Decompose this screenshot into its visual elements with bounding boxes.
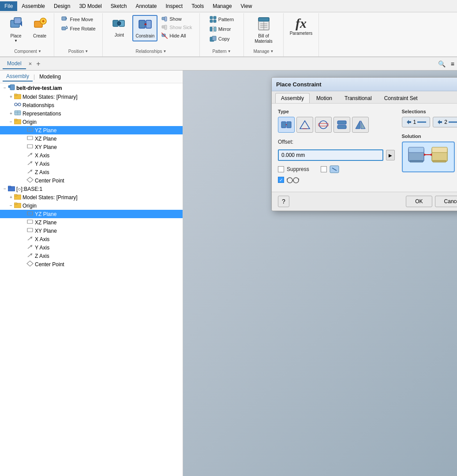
position-group-label[interactable]: Position ▼ bbox=[68, 49, 89, 55]
search-icon[interactable]: 🔍 bbox=[438, 60, 446, 67]
pattern-group-label[interactable]: Pattern ▼ bbox=[212, 49, 231, 55]
sidebar-tab-assembly[interactable]: Assembly bbox=[3, 72, 33, 82]
tree-item-model-states-1[interactable]: + Model States: [Primary] bbox=[0, 93, 183, 101]
panel-tab-add[interactable]: + bbox=[36, 60, 40, 68]
offset-input[interactable] bbox=[278, 149, 383, 161]
tree-item-x-axis-2[interactable]: X Axis bbox=[0, 235, 183, 243]
glasses-checkbox[interactable]: ✓ bbox=[278, 177, 284, 183]
tree-label-representations-1: Representations bbox=[22, 111, 61, 117]
type-btn-sym[interactable] bbox=[352, 117, 369, 133]
extra-checkbox[interactable] bbox=[321, 166, 327, 172]
tree-toggle-origin-2[interactable]: − bbox=[8, 203, 14, 208]
mirror-button[interactable]: Mirror bbox=[207, 25, 233, 33]
tree-item-origin-2[interactable]: − Origin bbox=[0, 201, 183, 210]
solution-btn-1[interactable] bbox=[402, 141, 455, 172]
dialog-tab-transitional[interactable]: Transitional bbox=[339, 93, 378, 103]
tree-toggle-origin-1[interactable]: − bbox=[8, 119, 14, 124]
tree-toggle-model-states-2[interactable]: + bbox=[8, 195, 14, 200]
free-rotate-button[interactable]: Free Rotate bbox=[59, 24, 97, 33]
pattern-button[interactable]: Pattern bbox=[207, 15, 236, 24]
svg-rect-104 bbox=[408, 147, 424, 152]
joint-button[interactable]: Joint bbox=[108, 15, 131, 40]
selection-2-button[interactable]: 2 bbox=[433, 117, 457, 127]
show-button[interactable]: Show bbox=[159, 15, 194, 23]
ok-button[interactable]: OK bbox=[406, 196, 432, 207]
tree-item-xz-plane-2[interactable]: XZ Plane bbox=[0, 218, 183, 227]
sidebar-tab-modeling[interactable]: Modeling bbox=[36, 72, 64, 81]
type-btn-mate[interactable] bbox=[278, 117, 295, 133]
sym-icon bbox=[355, 119, 366, 130]
position-dropdown-arrow: ▼ bbox=[85, 49, 88, 53]
dialog-tab-motion[interactable]: Motion bbox=[311, 93, 338, 103]
type-btn-angle[interactable] bbox=[296, 117, 313, 133]
place-button[interactable]: Place ▼ bbox=[4, 15, 27, 45]
bill-of-materials-label: Bill of Materials bbox=[255, 33, 273, 44]
dialog-tab-constraint-set[interactable]: Constraint Set bbox=[378, 93, 423, 103]
panel-bar: Model × + 🔍 ≡ bbox=[0, 57, 457, 71]
relationships-show-buttons: Show Show Sick Hide All bbox=[159, 15, 194, 40]
tree-item-yz-plane-1[interactable]: YZ Plane bbox=[0, 126, 183, 134]
viewport[interactable]: Place Constraint ✕ Assembly Motion Trans… bbox=[183, 71, 457, 476]
tree-item-base-1[interactable]: − [○]:BASE:1 bbox=[0, 185, 183, 193]
tree-item-center-point-2[interactable]: Center Point bbox=[0, 260, 183, 268]
svg-rect-26 bbox=[210, 20, 213, 22]
panel-tab-model[interactable]: Model bbox=[3, 59, 26, 69]
tree-item-origin-1[interactable]: − Origin bbox=[0, 118, 183, 126]
menu-assemble[interactable]: Assemble bbox=[17, 1, 49, 11]
tree-item-relationships-1[interactable]: Relationships bbox=[0, 101, 183, 109]
tree-item-model-states-2[interactable]: + Model States: [Primary] bbox=[0, 193, 183, 201]
tree-label-model-states-2: Model States: [Primary] bbox=[22, 194, 78, 201]
free-move-button[interactable]: Free Move bbox=[59, 15, 97, 24]
menu-annotate[interactable]: Annotate bbox=[131, 1, 161, 11]
selections-title: Selections bbox=[402, 109, 457, 114]
offset-expand-btn[interactable]: ▶ bbox=[386, 150, 395, 160]
panel-tab-model-close[interactable]: × bbox=[29, 60, 32, 67]
tree-item-xy-plane-1[interactable]: XY Plane bbox=[0, 143, 183, 151]
tree-item-representations-1[interactable]: + Representations bbox=[0, 109, 183, 118]
type-btn-insert[interactable] bbox=[333, 117, 350, 133]
tree-item-xz-plane-1[interactable]: XZ Plane bbox=[0, 134, 183, 143]
create-button[interactable]: Create bbox=[28, 15, 51, 41]
parameters-button[interactable]: fx Parameters bbox=[288, 15, 315, 38]
bill-of-materials-button[interactable]: Bill of Materials bbox=[252, 15, 275, 46]
menu-view[interactable]: View bbox=[236, 1, 257, 11]
menu-tools[interactable]: Tools bbox=[187, 1, 208, 11]
tree-item-z-axis-2[interactable]: Z Axis bbox=[0, 252, 183, 260]
tree-toggle-model-states-1[interactable]: + bbox=[8, 94, 14, 99]
menu-design[interactable]: Design bbox=[49, 1, 75, 11]
tree-item-yz-plane-2[interactable]: YZ Plane bbox=[0, 210, 183, 218]
constrain-button[interactable]: Constrain bbox=[132, 15, 157, 41]
relationships-group-label[interactable]: Relationships ▼ bbox=[136, 49, 167, 55]
tree-root-toggle[interactable]: − bbox=[2, 86, 8, 90]
menu-icon[interactable]: ≡ bbox=[451, 60, 454, 67]
tree-item-center-point-1[interactable]: Center Point bbox=[0, 176, 183, 185]
menu-manage[interactable]: Manage bbox=[208, 1, 236, 11]
tree-icon-z-axis-1 bbox=[26, 168, 34, 176]
tree-toggle-base-1[interactable]: − bbox=[2, 186, 8, 191]
tree-item-z-axis-1[interactable]: Z Axis bbox=[0, 168, 183, 176]
menu-file[interactable]: File bbox=[0, 1, 17, 11]
cancel-button[interactable]: Cancel bbox=[435, 196, 457, 207]
help-button[interactable]: ? bbox=[278, 196, 289, 207]
hide-all-button[interactable]: Hide All bbox=[159, 32, 194, 40]
tree-toggle-representations-1[interactable]: + bbox=[8, 111, 14, 116]
svg-point-92 bbox=[293, 178, 299, 183]
type-btn-tangent[interactable] bbox=[315, 117, 332, 133]
manage-group-label[interactable]: Manage ▼ bbox=[253, 49, 273, 55]
menu-inspect[interactable]: Inspect bbox=[161, 1, 187, 11]
menu-sketch[interactable]: Sketch bbox=[106, 1, 131, 11]
mate-icon bbox=[281, 119, 292, 130]
tree-item-y-axis-1[interactable]: Y Axis bbox=[0, 160, 183, 168]
copy-button[interactable]: Copy bbox=[207, 34, 232, 43]
suppress-checkbox[interactable] bbox=[278, 166, 284, 172]
dialog-tab-assembly[interactable]: Assembly bbox=[275, 93, 310, 103]
tree-root[interactable]: − belt-drive-test.iam bbox=[0, 83, 183, 93]
selection-1-button[interactable]: 1 bbox=[402, 117, 431, 127]
tree-item-y-axis-2[interactable]: Y Axis bbox=[0, 243, 183, 252]
tree-item-x-axis-1[interactable]: X Axis bbox=[0, 151, 183, 160]
menu-3dmodel[interactable]: 3D Model bbox=[75, 1, 106, 11]
component-group-label[interactable]: Component ▼ bbox=[14, 49, 41, 55]
svg-rect-51 bbox=[14, 119, 17, 121]
tree-item-xy-plane-2[interactable]: XY Plane bbox=[0, 227, 183, 235]
place-label: Place bbox=[10, 33, 21, 39]
